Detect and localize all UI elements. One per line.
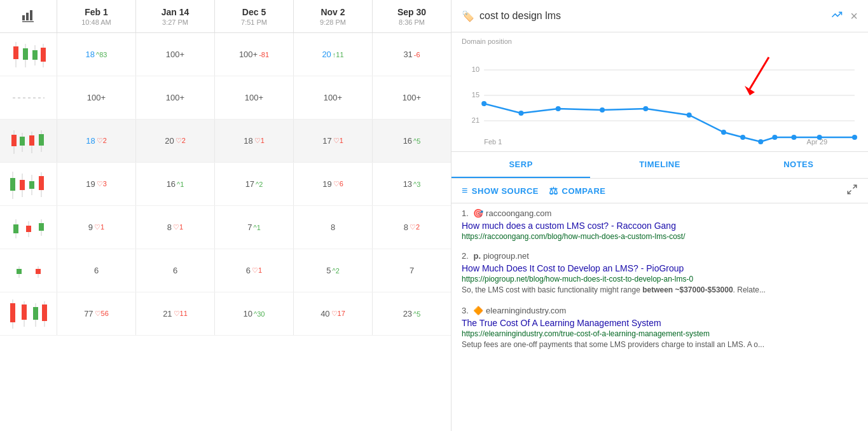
header-date-nov2[interactable]: Nov 2 9:28 PM: [294, 0, 373, 32]
data-cell[interactable]: 23 ^5: [373, 292, 451, 335]
serp-title-3[interactable]: The True Cost Of A Learning Management S…: [462, 318, 858, 328]
data-cell[interactable]: 20 ↑11: [294, 33, 373, 76]
data-cell[interactable]: 6: [57, 249, 136, 292]
serp-title-2[interactable]: How Much Does It Cost to Develop an LMS?…: [462, 263, 858, 273]
data-cell[interactable]: 100+: [136, 33, 215, 76]
svg-point-53: [481, 101, 486, 106]
domain-icon-2: p.: [473, 251, 481, 261]
data-cell[interactable]: 100+: [215, 76, 294, 119]
trend-icon-btn[interactable]: [829, 8, 845, 24]
tab-serp[interactable]: SERP: [451, 152, 590, 178]
header-date-feb1[interactable]: Feb 1 10:48 AM: [57, 0, 136, 32]
data-cell[interactable]: 6 ♡1: [215, 249, 294, 292]
serp-title-1[interactable]: How much does a custom LMS cost? - Racco…: [462, 221, 858, 231]
svg-rect-2: [30, 10, 32, 20]
data-cell[interactable]: 7 ^1: [215, 206, 294, 249]
serp-item-1: 1. 🎯 raccoongang.com How much does a cus…: [462, 209, 858, 241]
tab-timeline[interactable]: TIMELINE: [590, 152, 729, 178]
header-row: Feb 1 10:48 AM Jan 14 3:27 PM Dec 5 7:51…: [0, 0, 451, 33]
svg-point-60: [740, 135, 745, 140]
candlestick-cell: [0, 206, 57, 249]
svg-text:Feb 1: Feb 1: [484, 138, 502, 146]
svg-rect-18: [29, 135, 34, 146]
table-row: 9 ♡1 8 ♡1 7 ^1 8 8 ♡2: [0, 206, 451, 249]
data-cell[interactable]: 16 ^1: [136, 163, 215, 205]
data-cell[interactable]: 10 ^30: [215, 292, 294, 335]
data-cell[interactable]: 100+: [57, 76, 136, 119]
svg-rect-26: [29, 181, 34, 189]
expand-button[interactable]: [846, 184, 858, 198]
svg-rect-46: [42, 304, 47, 321]
data-cell[interactable]: 20 ♡2: [136, 120, 215, 162]
tab-notes[interactable]: NOTES: [729, 152, 868, 178]
domain-icon-1: 🎯: [473, 209, 483, 218]
svg-rect-7: [23, 48, 28, 60]
header-date-dec5[interactable]: Dec 5 7:51 PM: [215, 0, 294, 32]
svg-point-54: [518, 111, 523, 116]
data-cell[interactable]: 17 ^2: [215, 163, 294, 205]
data-cell[interactable]: 16 ^5: [373, 120, 451, 162]
svg-point-61: [758, 139, 763, 144]
svg-rect-14: [11, 135, 17, 146]
data-cell[interactable]: 17 ♡1: [294, 120, 373, 162]
data-cell[interactable]: 6: [136, 249, 215, 292]
data-cell[interactable]: 19 ♡3: [57, 163, 136, 205]
svg-rect-38: [36, 269, 41, 274]
panel-title: cost to design lms: [479, 10, 829, 22]
panel-header: 🏷️ cost to design lms ×: [451, 0, 868, 32]
svg-rect-20: [39, 134, 44, 146]
svg-line-70: [853, 185, 857, 188]
table-row: 6 6 6 ♡1 5 ^2 7: [0, 249, 451, 292]
data-cell[interactable]: 18 ♡1: [215, 120, 294, 162]
data-cell[interactable]: 100+: [294, 76, 373, 119]
svg-rect-36: [17, 269, 22, 274]
show-source-button[interactable]: ≡ SHOW SOURCE: [462, 185, 539, 196]
table-row: 77 ♡56 21 ♡11 10 ^30 40 ♡17 23 ^5: [0, 292, 451, 336]
data-cell[interactable]: 8 ♡2: [373, 206, 451, 249]
data-cell[interactable]: 7: [373, 249, 451, 292]
data-cell[interactable]: 100+ -81: [215, 33, 294, 76]
chart-area: Domain position 10 15 21: [451, 32, 868, 152]
svg-rect-42: [22, 304, 27, 320]
svg-rect-22: [10, 178, 15, 191]
data-cell[interactable]: 31 -6: [373, 33, 451, 76]
table-row: 100+ 100+ 100+ 100+ 100+: [0, 76, 451, 120]
data-cell[interactable]: 18 ♡2: [57, 120, 136, 162]
data-cell[interactable]: 21 ♡11: [136, 292, 215, 335]
svg-rect-28: [39, 176, 44, 190]
action-row: ≡ SHOW SOURCE ⚖ COMPARE: [451, 179, 868, 203]
data-cell[interactable]: 100+: [373, 76, 451, 119]
svg-text:15: 15: [472, 91, 479, 99]
data-cell[interactable]: 100+: [136, 76, 215, 119]
data-cell[interactable]: 40 ♡17: [294, 292, 373, 335]
candlestick-cell: [0, 120, 57, 162]
svg-point-65: [852, 135, 857, 140]
data-cell[interactable]: 13 ^3: [373, 163, 451, 205]
compare-icon: ⚖: [549, 185, 558, 197]
data-cell[interactable]: 5 ^2: [294, 249, 373, 292]
right-panel: 🏷️ cost to design lms × Domain position …: [451, 0, 868, 431]
svg-rect-34: [39, 223, 44, 231]
svg-text:21: 21: [472, 116, 479, 124]
svg-point-55: [556, 106, 561, 111]
header-date-jan14[interactable]: Jan 14 3:27 PM: [136, 0, 215, 32]
domain-1: raccoongang.com: [486, 209, 551, 218]
svg-rect-40: [10, 303, 15, 322]
close-button[interactable]: ×: [850, 9, 858, 24]
serp-snippet-2: So, the LMS cost with basic functionalit…: [462, 285, 858, 296]
data-cell[interactable]: 8 ♡1: [136, 206, 215, 249]
header-date-sep30[interactable]: Sep 30 8:36 PM: [373, 0, 451, 32]
domain-3: elearningindustry.com: [486, 306, 566, 315]
tabs-row: SERP TIMELINE NOTES: [451, 152, 868, 179]
data-cell[interactable]: 77 ♡56: [57, 292, 136, 335]
data-cell[interactable]: 18 ^83: [57, 33, 136, 76]
compare-button[interactable]: ⚖ COMPARE: [549, 185, 605, 197]
data-cell[interactable]: 19 ♡6: [294, 163, 373, 205]
data-cell[interactable]: 9 ♡1: [57, 206, 136, 249]
svg-rect-11: [41, 48, 46, 62]
data-cell[interactable]: 8: [294, 206, 373, 249]
show-source-label: SHOW SOURCE: [472, 186, 539, 196]
chart-label: Domain position: [462, 38, 858, 45]
line-chart: 10 15 21: [462, 48, 858, 146]
compare-label: COMPARE: [562, 186, 606, 196]
